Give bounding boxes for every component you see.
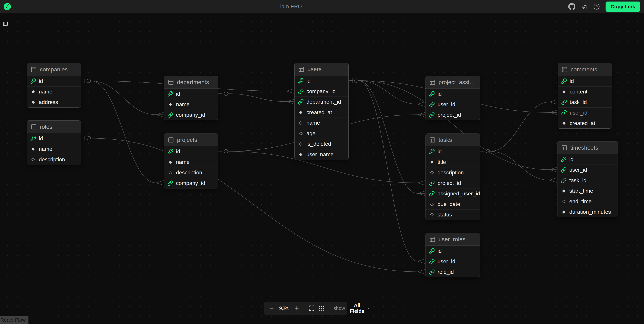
column-row-timesheets-task_id[interactable]: task_id <box>558 175 618 186</box>
column-row-comments-task_id[interactable]: task_id <box>558 97 612 107</box>
liam-logo[interactable]: ℒ <box>4 3 11 10</box>
relationship-edges <box>0 13 644 324</box>
column-row-projects-company_id[interactable]: company_id <box>164 178 218 188</box>
column-name: address <box>39 99 58 105</box>
column-row-users-department_id[interactable]: department_id <box>294 96 348 107</box>
column-row-projects-id[interactable]: id <box>164 146 218 157</box>
column-row-users-created_at[interactable]: created_at <box>294 107 348 117</box>
column-row-user_roles-user_id[interactable]: user_id <box>426 256 480 267</box>
column-row-comments-created_at[interactable]: created_at <box>558 118 612 128</box>
column-row-users-name[interactable]: name <box>294 117 348 128</box>
column-row-users-is_deleted[interactable]: is_deleted <box>294 139 348 149</box>
table-icon <box>562 67 568 73</box>
table-roles[interactable]: rolesidnamedescription <box>27 120 81 165</box>
table-project_assignme[interactable]: project_assignme...iduser_idproject_id <box>426 76 480 120</box>
table-users[interactable]: usersidcompany_iddepartment_idcreated_at… <box>294 63 348 160</box>
column-row-project_assignme-project_id[interactable]: project_id <box>426 110 480 120</box>
column-row-companies-address[interactable]: address <box>27 97 81 107</box>
table-icon <box>430 137 436 143</box>
table-companies[interactable]: companiesidnameaddress <box>27 63 81 108</box>
copy-link-button[interactable]: Copy Link <box>606 2 640 12</box>
column-row-companies-id[interactable]: id <box>27 76 81 86</box>
fields-filter-select[interactable]: All Fields <box>348 301 371 315</box>
diamond-outline-icon <box>429 212 435 218</box>
column-row-roles-name[interactable]: name <box>27 144 81 154</box>
table-header-project_assignme[interactable]: project_assignme... <box>426 76 480 89</box>
column-row-user_roles-role_id[interactable]: role_id <box>426 267 480 277</box>
column-name: description <box>176 170 202 176</box>
table-user_roles[interactable]: user_rolesiduser_idrole_id <box>426 233 480 277</box>
column-row-tasks-status[interactable]: status <box>426 209 480 220</box>
table-icon <box>430 236 436 242</box>
diamond-outline-icon <box>561 199 566 204</box>
table-name: companies <box>40 66 68 73</box>
column-row-timesheets-end_time[interactable]: end_time <box>558 196 618 207</box>
column-name: end_time <box>569 198 592 205</box>
megaphone-icon[interactable] <box>581 4 588 10</box>
column-row-departments-id[interactable]: id <box>164 89 218 99</box>
column-row-users-user_name[interactable]: user_name <box>294 149 348 160</box>
zoom-in-button[interactable] <box>294 305 300 311</box>
column-row-project_assignme-id[interactable]: id <box>426 89 480 99</box>
column-name: id <box>176 91 180 97</box>
chevron-down-icon <box>367 306 370 310</box>
column-name: description <box>39 156 65 163</box>
key-icon <box>429 148 435 154</box>
column-row-user_roles-id[interactable]: id <box>426 246 480 256</box>
table-header-timesheets[interactable]: timesheets <box>558 141 618 154</box>
column-row-timesheets-start_time[interactable]: start_time <box>558 186 618 196</box>
column-row-companies-name[interactable]: name <box>27 86 81 97</box>
column-row-timesheets-user_id[interactable]: user_id <box>558 165 618 175</box>
react-flow-attribution[interactable]: React Flow <box>0 316 28 324</box>
table-header-companies[interactable]: companies <box>27 63 81 76</box>
table-header-comments[interactable]: comments <box>558 63 612 76</box>
help-icon[interactable] <box>593 4 600 10</box>
column-row-timesheets-id[interactable]: id <box>558 154 618 165</box>
zoom-out-button[interactable] <box>269 305 274 311</box>
fit-view-icon[interactable] <box>308 305 315 311</box>
tidy-up-grid-icon[interactable] <box>318 305 325 311</box>
table-header-tasks[interactable]: tasks <box>426 134 480 146</box>
column-row-roles-id[interactable]: id <box>27 133 81 144</box>
column-row-tasks-title[interactable]: title <box>426 157 480 167</box>
table-header-roles[interactable]: roles <box>27 121 81 133</box>
column-row-projects-name[interactable]: name <box>164 157 218 167</box>
column-row-comments-id[interactable]: id <box>558 76 612 86</box>
table-header-users[interactable]: users <box>294 63 348 75</box>
column-row-projects-description[interactable]: description <box>164 167 218 178</box>
column-row-roles-description[interactable]: description <box>27 154 81 165</box>
column-row-users-age[interactable]: age <box>294 128 348 139</box>
table-tasks[interactable]: tasksidtitledescriptionproject_idassigne… <box>426 133 480 220</box>
table-projects[interactable]: projectsidnamedescriptioncompany_id <box>164 133 218 189</box>
column-row-timesheets-duration_minutes[interactable]: duration_minutes <box>558 207 618 217</box>
column-name: name <box>176 159 190 165</box>
table-header-user_roles[interactable]: user_roles <box>426 233 480 246</box>
column-row-project_assignme-user_id[interactable]: user_id <box>426 99 480 110</box>
column-row-departments-company_id[interactable]: company_id <box>164 110 218 120</box>
github-icon[interactable] <box>568 3 576 10</box>
key-icon <box>429 91 435 97</box>
column-row-tasks-id[interactable]: id <box>426 146 480 157</box>
erd-canvas[interactable]: companiesidnameaddressrolesidnamedescrip… <box>0 13 644 324</box>
column-row-tasks-assigned_user_id[interactable]: assigned_user_id <box>426 188 480 199</box>
column-row-departments-name[interactable]: name <box>164 99 218 110</box>
table-comments[interactable]: commentsidcontenttask_iduser_idcreated_a… <box>558 63 612 129</box>
table-header-departments[interactable]: departments <box>164 76 218 89</box>
sidebar-toggle-button[interactable] <box>2 20 9 28</box>
column-row-tasks-due_date[interactable]: due_date <box>426 199 480 209</box>
column-row-tasks-description[interactable]: description <box>426 167 480 178</box>
column-row-comments-user_id[interactable]: user_id <box>558 107 612 118</box>
table-timesheets[interactable]: timesheetsiduser_idtask_idstart_timeend_… <box>557 141 618 217</box>
column-row-comments-content[interactable]: content <box>558 86 612 97</box>
link-icon <box>429 102 435 107</box>
diamond-icon <box>561 120 567 126</box>
table-departments[interactable]: departmentsidnamecompany_id <box>164 76 218 120</box>
column-row-tasks-project_id[interactable]: project_id <box>426 178 480 188</box>
column-name: id <box>570 78 574 84</box>
column-row-users-company_id[interactable]: company_id <box>294 86 348 96</box>
diamond-icon <box>298 152 304 157</box>
table-header-projects[interactable]: projects <box>164 134 218 146</box>
key-icon <box>168 91 173 97</box>
column-row-users-id[interactable]: id <box>294 75 348 86</box>
column-name: task_id <box>569 177 586 184</box>
